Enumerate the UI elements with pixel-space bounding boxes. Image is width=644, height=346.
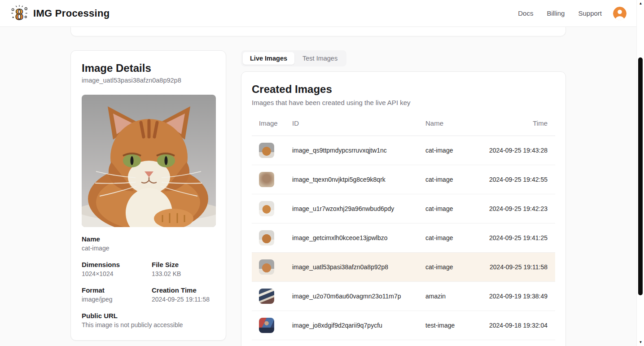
column-header-id: ID [285,119,418,136]
row-thumbnail [259,172,274,187]
row-created-time: 2024-09-19 19:38:49 [470,293,555,300]
row-thumbnail-cell [252,289,285,304]
field-name-value: cat-image [82,244,215,253]
row-thumbnail-cell [252,201,285,216]
row-thumbnail [259,201,274,216]
row-thumbnail [259,143,274,158]
scrolled-card-remnant [70,27,566,36]
row-thumbnail [259,289,274,304]
field-creation-time: Creation Time 2024-09-25 19:11:58 [152,286,215,304]
created-images-subtitle: Images that have been created using the … [252,98,555,107]
column-header-time: Time [470,119,555,136]
row-image-id: image_getcimxlh0kceoe13jpwlbzo [285,234,418,241]
details-title: Image Details [82,61,215,74]
field-creation-time-value: 2024-09-25 19:11:58 [152,295,215,304]
field-filesize-value: 133.02 KB [152,270,215,278]
field-public-url: Public URL This image is not publicly ac… [82,311,215,329]
field-format-label: Format [82,286,152,294]
image-details-card: Image Details image_uatl53pasi38afzn0a8p… [70,50,226,341]
row-thumbnail-cell [252,172,285,187]
row-created-time: 2024-09-25 19:11:58 [470,263,555,271]
field-dimensions-label: Dimensions [82,260,152,269]
row-image-id: image_u1r7wzoxhj29a96nwbud6pdy [285,205,418,212]
nav-link[interactable]: Billing [547,9,565,17]
field-filesize-label: File Size [152,260,215,269]
table-row[interactable]: image_qs9ttpmdypcsrruvxqjtw1nc cat-image… [252,136,555,165]
row-image-name: cat-image [418,234,470,241]
row-image-name: test-image [418,322,470,329]
table-row[interactable]: image_u1r7wzoxhj29a96nwbud6pdy cat-image… [252,194,555,223]
field-name-label: Name [82,235,215,243]
page-viewport: 8 IMG Processing Docs Billing Support [0,0,636,346]
field-public-url-value: This image is not publicly accessible [82,321,215,329]
table-header: Image ID Name Time [252,119,555,136]
images-section: Live Images Test Images Created Images I… [241,50,566,346]
field-creation-time-label: Creation Time [152,286,215,294]
user-avatar-icon[interactable] [613,7,626,20]
field-name: Name cat-image [82,235,215,253]
page-scrollbar[interactable]: ▲ ▼ [636,0,644,346]
table-row[interactable]: image_getcimxlh0kceoe13jpwlbzo cat-image… [252,223,555,253]
field-public-url-label: Public URL [82,311,215,320]
created-images-title: Created Images [252,83,555,96]
scrollbar-down-arrow-icon[interactable]: ▼ [637,339,644,346]
column-header-name: Name [418,119,470,136]
app-title: IMG Processing [33,8,110,19]
row-created-time: 2024-09-18 19:32:04 [470,322,555,329]
row-thumbnail [259,230,274,245]
table-body: image_qs9ttpmdypcsrruvxqjtw1nc cat-image… [252,136,555,340]
row-image-name: cat-image [418,263,470,271]
field-dimensions-value: 1024×1024 [82,270,152,278]
row-image-id: image_u2o70m6au60vagmn23o11m7p [285,293,418,300]
row-created-time: 2024-09-25 19:41:25 [470,234,555,241]
field-format-value: image/jpeg [82,295,152,304]
row-image-id: image_tqexn0nvjktpi5g8ce9k8qrk [285,176,418,183]
svg-text:8: 8 [15,5,23,22]
image-preview [82,95,216,227]
field-format: Format image/jpeg [82,286,152,304]
nav-link[interactable]: Docs [518,9,533,17]
brand[interactable]: 8 IMG Processing [10,4,110,23]
details-image-id: image_uatl53pasi38afzn0a8p92p8 [82,76,215,85]
row-thumbnail-cell [252,143,285,158]
tab[interactable]: Test Images [295,52,345,65]
row-thumbnail [259,259,274,275]
table-row[interactable]: image_tqexn0nvjktpi5g8ce9k8qrk cat-image… [252,165,555,194]
row-image-name: cat-image [418,147,470,154]
image-tabs: Live Images Test Images [241,50,346,66]
row-image-name: cat-image [418,205,470,212]
row-thumbnail [259,318,274,333]
row-image-id: image_jo8xdgif9d2qarii9q7pycfu [285,322,418,329]
row-thumbnail-cell [252,230,285,245]
row-created-time: 2024-09-25 19:43:28 [470,147,555,154]
row-image-id: image_uatl53pasi38afzn0a8p92p8 [285,263,418,271]
row-thumbnail-cell [252,259,285,275]
row-image-id: image_qs9ttpmdypcsrruvxqjtw1nc [285,147,418,154]
field-dimensions: Dimensions 1024×1024 [82,260,152,278]
nav-links: Docs Billing Support [518,9,602,17]
tab[interactable]: Live Images [243,52,294,65]
table-row[interactable]: image_jo8xdgif9d2qarii9q7pycfu test-imag… [252,311,555,340]
top-navbar: 8 IMG Processing Docs Billing Support [0,0,636,27]
row-image-name: amazin [418,293,470,300]
nav-link[interactable]: Support [578,9,602,17]
field-filesize: File Size 133.02 KB [152,260,215,278]
table-row[interactable]: image_u2o70m6au60vagmn23o11m7p amazin 20… [252,282,555,311]
created-images-table: Image ID Name Time [252,119,555,340]
column-header-image: Image [252,119,285,136]
scrollbar-thumb[interactable] [638,57,643,295]
row-created-time: 2024-09-25 19:42:23 [470,205,555,212]
row-thumbnail-cell [252,318,285,333]
scrollbar-up-arrow-icon[interactable]: ▲ [637,0,644,7]
row-image-name: cat-image [418,176,470,183]
row-created-time: 2024-09-25 19:42:55 [470,176,555,183]
app-logo-icon: 8 [10,4,29,23]
table-row[interactable]: image_uatl53pasi38afzn0a8p92p8 cat-image… [252,253,555,282]
created-images-card: Created Images Images that have been cre… [241,71,566,346]
